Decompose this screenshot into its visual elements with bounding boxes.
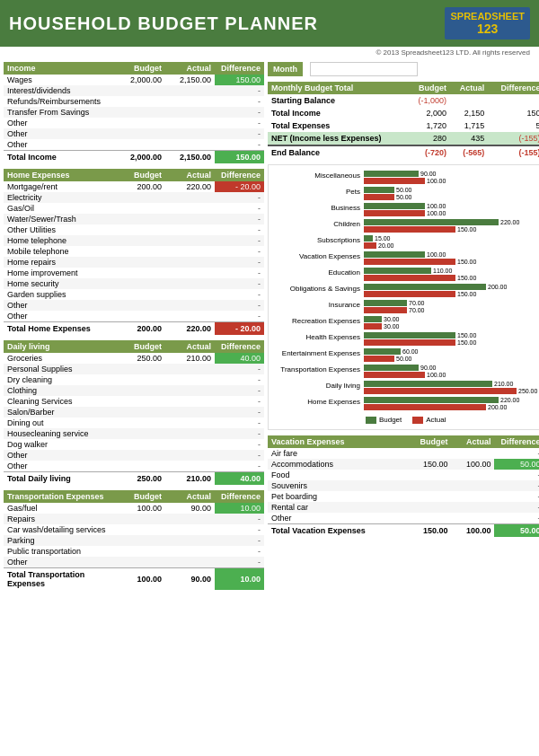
table-row: Other- <box>4 557 264 568</box>
daily-living-section: Daily living Budget Actual Difference Gr… <box>4 340 264 485</box>
table-row: Dining out- <box>4 418 264 428</box>
chart-label: Recreation Expenses <box>274 316 364 325</box>
table-row: Clothing- <box>4 385 264 396</box>
table-row: Home repairs- <box>4 257 264 268</box>
actual-bar-value: 50.00 <box>396 194 412 200</box>
chart-row: Pets50.0050.00 <box>274 187 537 200</box>
chart-bars: 150.00150.00 <box>364 332 537 346</box>
table-row: Accommodations150.00100.0050.00 <box>268 459 539 470</box>
right-column: Month Monthly Budget Total Budget Actual… <box>268 62 539 595</box>
actual-bar <box>364 194 394 200</box>
chart-bars: 60.0050.00 <box>364 348 537 362</box>
table-row: Groceries250.00210.0040.00 <box>4 353 264 364</box>
month-label: Month <box>268 62 303 76</box>
actual-bar <box>364 178 425 184</box>
actual-bar <box>364 275 455 281</box>
actual-bar <box>364 307 407 313</box>
vacation-header: Vacation Expenses <box>268 435 404 448</box>
budget-bar <box>364 235 373 242</box>
chart-bars: 100.00100.00 <box>364 203 537 216</box>
table-row: Gas/fuel100.0090.0010.00 <box>4 503 264 514</box>
total-row: Total Vacation Expenses150.00100.0050.00 <box>268 524 539 538</box>
budget-bar <box>364 348 401 355</box>
legend-actual-box <box>412 417 423 424</box>
budget-bar-value: 50.00 <box>396 187 412 193</box>
table-row: Refunds/Reimbursements- <box>4 96 264 107</box>
total-row: Total Home Expenses200.00220.00- 20.00 <box>4 322 264 336</box>
table-row: Other- <box>4 300 264 311</box>
daily-living-table: Daily living Budget Actual Difference Gr… <box>4 340 264 485</box>
budget-bar-value: 220.00 <box>500 397 519 403</box>
budget-bar <box>364 251 425 258</box>
budget-bar-value: 210.00 <box>494 381 513 387</box>
table-row: Repairs- <box>4 514 264 524</box>
budget-bar <box>364 365 419 371</box>
table-row: Car wash/detailing services- <box>4 524 264 535</box>
table-row: Other- <box>4 311 264 322</box>
chart-label: Entertainment Expenses <box>274 348 364 357</box>
chart-row: Vacation Expenses100.00150.00 <box>274 251 537 265</box>
table-row: Salon/Barber- <box>4 407 264 418</box>
transport-section: Transportation Expenses Budget Actual Di… <box>4 490 264 590</box>
budget-bar <box>364 268 431 274</box>
chart-bars: 210.00250.00 <box>364 381 537 394</box>
actual-bar-value: 100.00 <box>427 210 446 216</box>
month-input[interactable] <box>310 62 418 76</box>
budget-bar <box>364 171 419 177</box>
budget-bar-value: 15.00 <box>375 235 391 242</box>
chart-bars: 15.0020.00 <box>364 235 537 249</box>
table-row: Pet boarding- <box>268 491 539 502</box>
table-row: Gas/Oil- <box>4 203 264 214</box>
actual-bar-value: 20.00 <box>378 242 394 249</box>
chart-label: Obligations & Savings <box>274 284 364 293</box>
budget-bar <box>364 187 394 193</box>
vacation-section: Vacation Expenses Budget Actual Differen… <box>268 435 539 537</box>
chart-row: Transportation Expenses90.00100.00 <box>274 365 537 378</box>
actual-bar <box>364 291 455 297</box>
table-row: Housecleaning service- <box>4 428 264 439</box>
actual-bar-value: 50.00 <box>396 356 412 362</box>
table-row: Transfer From Savings- <box>4 107 264 118</box>
chart-label: Education <box>274 268 364 277</box>
actual-bar-value: 150.00 <box>457 275 476 281</box>
table-row: Home telephone- <box>4 235 264 246</box>
table-row: Water/Sewer/Trash- <box>4 214 264 224</box>
table-row: Air fare- <box>268 448 539 459</box>
transport-table: Transportation Expenses Budget Actual Di… <box>4 490 264 590</box>
chart-bars: 220.00200.00 <box>364 397 537 410</box>
chart-row: Miscellaneous90.00100.00 <box>274 171 537 184</box>
chart-row: Entertainment Expenses60.0050.00 <box>274 348 537 362</box>
table-row: Garden supplies- <box>4 289 264 300</box>
budget-bar-value: 100.00 <box>427 203 446 209</box>
chart-label: Transportation Expenses <box>274 365 364 374</box>
income-header: Income <box>4 62 116 75</box>
chart-bars: 200.00150.00 <box>364 284 537 297</box>
vacation-table: Vacation Expenses Budget Actual Differen… <box>268 435 539 537</box>
chart-bars: 90.00100.00 <box>364 365 537 378</box>
table-row: Dog walker- <box>4 439 264 450</box>
page-header: HOUSEHOLD BUDGET PLANNER SPREADSHEET 123 <box>0 0 539 47</box>
chart-label: Business <box>274 203 364 212</box>
chart-label: Vacation Expenses <box>274 251 364 260</box>
chart-row: Daily living210.00250.00 <box>274 381 537 394</box>
chart-row: Business100.00100.00 <box>274 203 537 216</box>
total-row: Total Daily living250.00210.0040.00 <box>4 472 264 486</box>
actual-bar-value: 150.00 <box>457 259 476 265</box>
actual-bar-value: 150.00 <box>457 291 476 297</box>
table-row: Wages2,000.002,150.00150.00 <box>4 75 264 85</box>
budget-bar-value: 90.00 <box>420 365 437 371</box>
actual-bar <box>364 323 382 330</box>
budget-bar-value: 110.00 <box>433 268 452 274</box>
actual-bar-value: 250.00 <box>518 388 537 394</box>
chart-row: Children220.00150.00 <box>274 219 537 233</box>
table-row: Other- <box>268 513 539 524</box>
actual-bar <box>364 339 455 346</box>
actual-bar <box>364 242 376 249</box>
chart-bars: 30.0030.00 <box>364 316 537 330</box>
table-row: Parking- <box>4 535 264 546</box>
table-row: Home improvement- <box>4 268 264 278</box>
chart-label: Subscriptions <box>274 235 364 244</box>
table-row: Other- <box>4 128 264 139</box>
chart-row: Home Expenses220.00200.00 <box>274 397 537 410</box>
chart-row: Obligations & Savings200.00150.00 <box>274 284 537 297</box>
